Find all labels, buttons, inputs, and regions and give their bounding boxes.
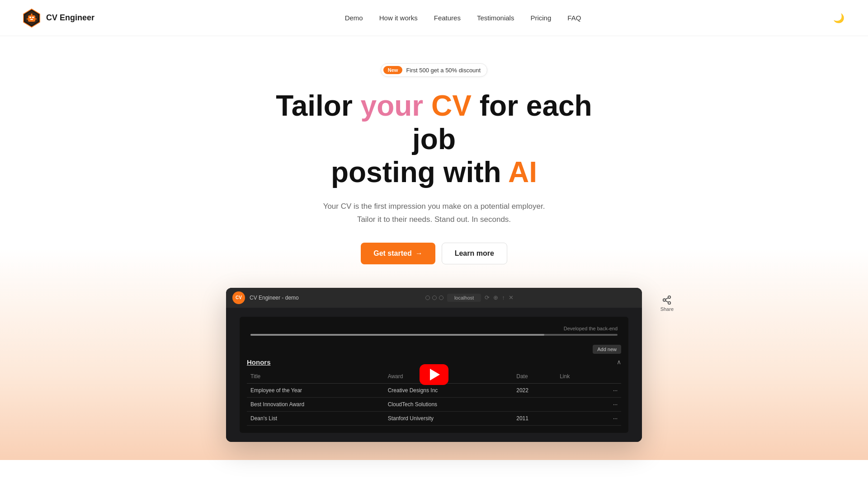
demo-add-new-button[interactable]: Add new (593, 345, 621, 354)
svg-rect-5 (30, 19, 33, 20)
youtube-play-button[interactable] (420, 364, 448, 385)
hero-subtitle: Your CV is the first impression you make… (323, 200, 545, 226)
share-button[interactable]: Share (660, 295, 674, 312)
table-row: Best Innovation Award CloudTech Solution… (247, 397, 621, 411)
row2-date (513, 397, 556, 411)
nav-how-it-works[interactable]: How it works (379, 14, 418, 22)
learn-more-button[interactable]: Learn more (442, 243, 507, 264)
row2-award: CloudTech Solutions (384, 397, 513, 411)
badge-new-label: New (383, 66, 403, 74)
nav-testimonials[interactable]: Testimonials (477, 14, 514, 22)
hero-title-tailor: Tailor (276, 89, 360, 122)
demo-collapse-icon[interactable]: ∧ (617, 358, 621, 366)
demo-progress-fill (250, 334, 544, 336)
share-icon (662, 295, 672, 305)
theme-toggle-button[interactable]: 🌙 (831, 11, 846, 25)
logo-icon (22, 8, 42, 28)
channel-avatar: CV (232, 291, 245, 304)
hero-title-space1 (423, 89, 431, 122)
row1-award: Creative Designs Inc (384, 383, 513, 397)
row2-title: Best Innovation Award (247, 397, 384, 411)
nav-pricing[interactable]: Pricing (530, 14, 551, 22)
row2-link (556, 397, 594, 411)
get-started-button[interactable]: Get started → (361, 243, 435, 264)
nav-features[interactable]: Features (434, 14, 461, 22)
get-started-label: Get started (373, 249, 411, 258)
hero-section: New First 500 get a 50% discount Tailor … (0, 36, 868, 460)
hero-title-ai: AI (508, 156, 537, 188)
browser-url: localhost (447, 294, 481, 302)
hero-subtitle-line1: Your CV is the first impression you make… (323, 202, 545, 211)
demo-add-new-row: Add new (247, 345, 621, 354)
row1-title: Employee of the Year (247, 383, 384, 397)
row3-title: Dean's List (247, 411, 384, 425)
nav-links: Demo How it works Features Testimonials … (345, 14, 581, 22)
hero-title: Tailor your CV for each job posting with… (253, 89, 615, 189)
nav-right: 🌙 (831, 11, 846, 25)
row3-award: Stanford University (384, 411, 513, 425)
demo-section-title: Honors (247, 358, 271, 366)
demo-progress-bar (250, 334, 618, 336)
row2-actions[interactable]: ··· (595, 397, 621, 411)
col-date: Date (513, 371, 556, 384)
logo-text: CV Engineer (46, 13, 94, 23)
row1-link (556, 383, 594, 397)
promo-badge: New First 500 get a 50% discount (381, 63, 487, 77)
svg-rect-3 (29, 17, 31, 18)
row1-actions[interactable]: ··· (595, 383, 621, 397)
row3-link (556, 411, 594, 425)
table-row: Dean's List Stanford University 2011 ··· (247, 411, 621, 425)
learn-more-label: Learn more (455, 249, 494, 258)
hero-title-your: your (361, 89, 424, 122)
video-topbar: CV CV Engineer - demo localhost ⟳ ⊕ ↑ ✕ (226, 288, 642, 308)
hero-subtitle-line2: Tailor it to their needs. Stand out. In … (357, 215, 511, 224)
svg-point-10 (663, 299, 666, 301)
svg-rect-4 (32, 17, 34, 18)
demo-progress-area: Developed the back-end (247, 324, 621, 345)
col-actions (595, 371, 621, 384)
arrow-icon: → (415, 249, 423, 258)
svg-rect-6 (31, 14, 33, 15)
row1-date: 2022 (513, 383, 556, 397)
video-content: Developed the back-end Add new Honors ∧ (226, 308, 642, 442)
logo-link[interactable]: CV Engineer (22, 8, 94, 28)
hero-cta-buttons: Get started → Learn more (361, 243, 507, 264)
row3-actions[interactable]: ··· (595, 411, 621, 425)
row3-date: 2011 (513, 411, 556, 425)
svg-rect-2 (28, 15, 35, 22)
share-label: Share (660, 306, 674, 312)
svg-point-9 (668, 296, 671, 298)
demo-developed-text: Developed the back-end (250, 326, 618, 331)
col-link: Link (556, 371, 594, 384)
nav-faq[interactable]: FAQ (567, 14, 581, 22)
navigation: CV Engineer Demo How it works Features T… (0, 0, 868, 36)
col-title: Title (247, 371, 384, 384)
video-preview: CV CV Engineer - demo localhost ⟳ ⊕ ↑ ✕ (226, 288, 642, 442)
table-row: Employee of the Year Creative Designs In… (247, 383, 621, 397)
badge-promo-text: First 500 get a 50% discount (406, 67, 481, 74)
channel-title: CV Engineer - demo (250, 295, 299, 301)
svg-point-11 (668, 301, 671, 304)
svg-line-13 (665, 298, 668, 300)
hero-title-posting: posting with (331, 156, 508, 188)
nav-demo[interactable]: Demo (345, 14, 363, 22)
hero-title-cv: CV (431, 89, 472, 122)
svg-line-12 (665, 300, 668, 302)
